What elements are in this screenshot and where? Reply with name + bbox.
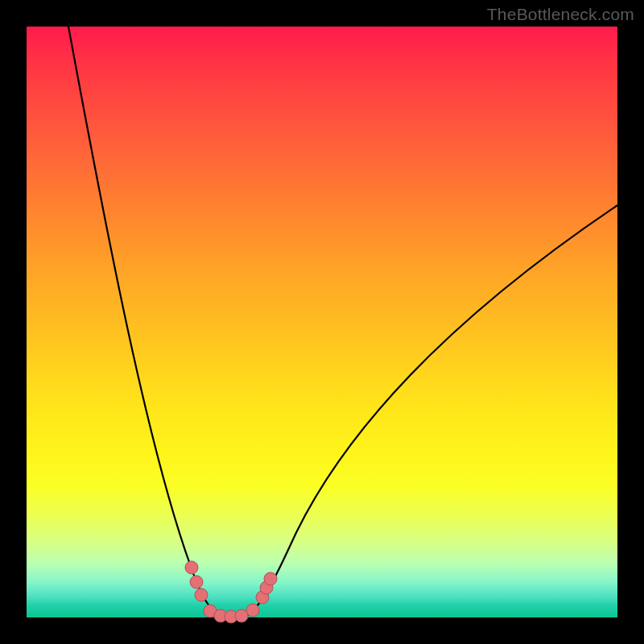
marker-group (185, 561, 277, 623)
bottleneck-curve (68, 27, 617, 618)
plot-area (27, 27, 617, 617)
brand-watermark: TheBottleneck.com (487, 5, 634, 24)
data-marker (246, 604, 259, 617)
data-marker (195, 588, 208, 601)
data-marker (190, 576, 203, 588)
chart-frame: TheBottleneck.com (0, 0, 644, 644)
data-marker (235, 609, 248, 622)
chart-svg (27, 27, 617, 617)
data-marker (185, 561, 198, 574)
data-marker (264, 572, 277, 585)
